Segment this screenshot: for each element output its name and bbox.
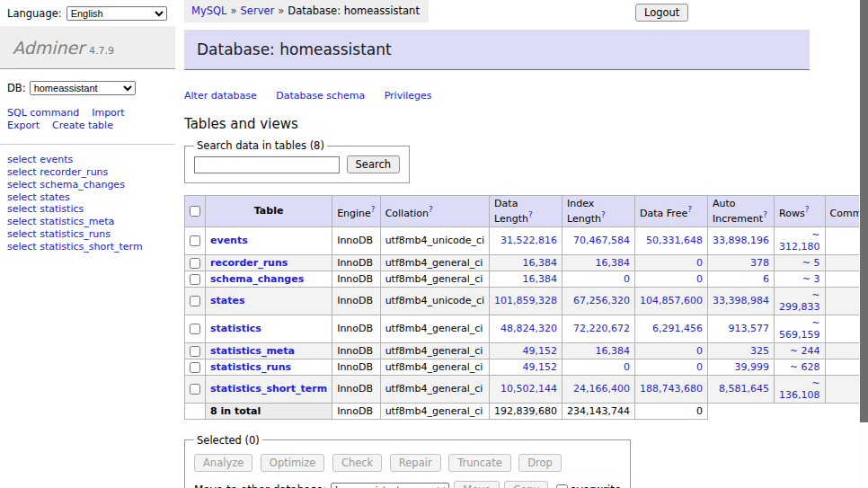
main-content: MySQL»Server»Database: homeassistant Dat… — [184, 0, 846, 488]
db-select[interactable]: homeassistant — [30, 81, 136, 95]
help-icon[interactable]: ? — [528, 210, 533, 219]
index-length-cell: 16,384 — [562, 342, 635, 359]
table-link[interactable]: events — [210, 235, 248, 246]
table-link[interactable]: statistics_runs — [210, 361, 291, 373]
data-free-cell: 0 — [635, 359, 708, 375]
sidebar-item-select-statistics-short-term[interactable]: select statistics_short_term — [7, 242, 168, 253]
breadcrumb-link-mysql[interactable]: MySQL — [191, 4, 227, 17]
help-icon[interactable]: ? — [805, 205, 810, 214]
language-select[interactable]: English — [66, 6, 167, 21]
analyze-button[interactable]: Analyze — [194, 454, 252, 472]
breadcrumb-separator: » — [231, 4, 237, 17]
column-header-data-length: Data Length? — [490, 196, 562, 227]
data-length-cell: 101,859,328 — [490, 287, 562, 315]
index-length-cell: 70,467,584 — [562, 226, 635, 254]
table-link[interactable]: statistics — [210, 323, 261, 334]
table-link[interactable]: states — [210, 295, 245, 306]
breadcrumb-link-server[interactable]: Server — [241, 4, 275, 17]
engine-cell: InnoDB — [332, 287, 380, 315]
help-icon[interactable]: ? — [429, 205, 433, 214]
collation-cell: utf8mb4_general_ci — [380, 359, 489, 375]
rows-cell: ~ 569,159 — [775, 315, 825, 342]
row-checkbox[interactable] — [190, 296, 200, 306]
sidebar-link-create-table[interactable]: Create table — [52, 120, 113, 131]
move-row: Move to other database:homeassistantMove… — [194, 481, 621, 488]
repair-button[interactable]: Repair — [390, 454, 441, 472]
check-button[interactable]: Check — [332, 454, 382, 472]
sidebar-link-sql-command[interactable]: SQL command — [7, 107, 79, 119]
move-button[interactable]: Move — [454, 481, 500, 488]
row-checkbox[interactable] — [190, 274, 200, 285]
help-icon[interactable]: ? — [371, 205, 376, 214]
index-length-cell: 67,256,320 — [562, 287, 635, 315]
optimize-button[interactable]: Optimize — [261, 454, 325, 472]
column-header-auto-increment: Auto Increment? — [708, 196, 775, 227]
data-free-cell: 50,331,648 — [635, 226, 708, 254]
help-icon[interactable]: ? — [601, 210, 606, 219]
sidebar-link-export[interactable]: Export — [7, 120, 40, 131]
sidebar-item-select-statistics[interactable]: select statistics — [7, 204, 168, 216]
collation-cell: utf8mb4_general_ci — [380, 254, 489, 271]
breadcrumb-separator: » — [278, 4, 284, 17]
alter-database-link[interactable]: Alter database — [184, 90, 257, 102]
column-header-engine: Engine? — [332, 196, 380, 227]
table-link[interactable]: statistics_short_term — [210, 383, 327, 395]
data-free-cell: 6,291,456 — [635, 315, 708, 342]
sidebar-item-select-statistics-meta[interactable]: select statistics_meta — [7, 217, 168, 228]
sidebar-actions: SQL commandImport ExportCreate table — [0, 99, 175, 145]
copy-button[interactable]: Copy — [504, 481, 548, 488]
sidebar-item-select-states[interactable]: select states — [7, 192, 168, 204]
table-row: statistics_runs InnoDB utf8mb4_general_c… — [185, 359, 868, 375]
row-checkbox[interactable] — [190, 258, 200, 269]
logout-button[interactable]: Logout — [635, 4, 688, 22]
data-length-cell: 49,152 — [490, 359, 562, 375]
help-icon[interactable]: ? — [763, 210, 767, 219]
sidebar-item-select-statistics-runs[interactable]: select statistics_runs — [7, 229, 168, 241]
auto-increment-cell: 378 — [708, 254, 775, 271]
table-link[interactable]: schema_changes — [210, 273, 304, 285]
vertical-scrollbar[interactable] — [859, 0, 868, 488]
data-free-cell: 0 — [635, 342, 708, 359]
search-button[interactable]: Search — [347, 155, 401, 173]
table-link[interactable]: statistics_meta — [210, 345, 295, 357]
row-checkbox[interactable] — [190, 235, 200, 246]
scrollbar-thumb[interactable] — [860, 0, 868, 422]
row-checkbox[interactable] — [190, 362, 200, 373]
help-icon[interactable]: ? — [687, 205, 692, 214]
rows-cell: ~ 299,833 — [775, 287, 825, 315]
row-checkbox[interactable] — [190, 346, 200, 357]
collation-cell: utf8mb4_general_ci — [380, 403, 489, 419]
tables-and-views-heading: Tables and views — [184, 116, 846, 132]
engine-cell: InnoDB — [332, 254, 380, 271]
index-length-cell: 72,220,672 — [562, 315, 635, 342]
table-link[interactable]: recorder_runs — [210, 257, 288, 269]
sidebar-item-select-recorder-runs[interactable]: select recorder_runs — [7, 167, 168, 179]
search-fieldset: Search data in tables (8) Search — [184, 139, 410, 183]
row-checkbox[interactable] — [190, 324, 200, 334]
sidebar-item-select-schema-changes[interactable]: select schema_changes — [7, 180, 168, 191]
sidebar-item-select-events[interactable]: select events — [7, 155, 168, 166]
search-legend: Search data in tables (8) — [194, 139, 327, 152]
collation-cell: utf8mb4_general_ci — [380, 375, 489, 403]
rows-cell: ~ 3 — [775, 271, 825, 287]
row-checkbox[interactable] — [190, 384, 200, 395]
move-db-select[interactable]: homeassistant — [331, 483, 449, 488]
drop-button[interactable]: Drop — [518, 454, 562, 472]
overwrite-checkbox[interactable] — [556, 484, 568, 488]
rows-cell: ~ 5 — [775, 254, 825, 271]
app-version: 4.7.9 — [89, 45, 114, 57]
data-length-cell: 10,502,144 — [490, 375, 562, 403]
collation-cell: utf8mb4_unicode_ci — [380, 226, 489, 254]
table-row: states InnoDB utf8mb4_unicode_ci 101,859… — [185, 287, 868, 315]
search-input[interactable] — [194, 156, 340, 173]
sidebar-link-import[interactable]: Import — [92, 107, 125, 119]
table-header-row: Table Engine? Collation? Data Length? In… — [185, 196, 868, 227]
rows-cell: ~ 628 — [775, 359, 825, 375]
database-schema-link[interactable]: Database schema — [276, 90, 365, 102]
select-all-checkbox[interactable] — [190, 206, 200, 217]
truncate-button[interactable]: Truncate — [448, 454, 511, 472]
engine-cell: InnoDB — [332, 342, 380, 359]
auto-increment-cell: 325 — [708, 342, 775, 359]
overwrite-label: overwrite — [553, 484, 621, 488]
privileges-link[interactable]: Privileges — [385, 90, 432, 102]
